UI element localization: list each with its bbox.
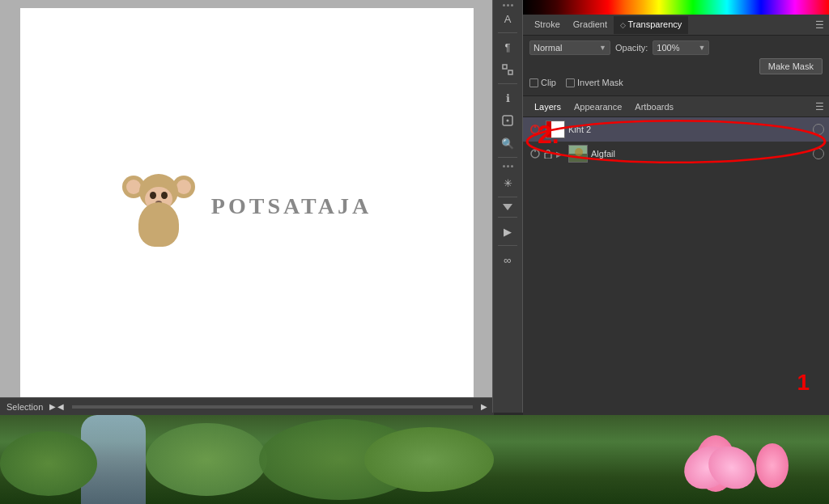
- invert-mask-checkbox[interactable]: [566, 78, 575, 87]
- text-tool-icon[interactable]: A: [496, 8, 519, 29]
- blend-mode-value: Normal: [534, 43, 562, 53]
- scroll-slider[interactable]: [72, 405, 473, 409]
- canvas-area: POTSATAJA: [0, 0, 494, 413]
- clip-checkbox-item: Clip: [529, 78, 556, 87]
- layer-target-kiht2[interactable]: [813, 124, 824, 135]
- scroll-down-arrow[interactable]: [503, 204, 512, 210]
- invert-mask-label: Invert Mask: [577, 78, 623, 87]
- invert-mask-checkbox-item: Invert Mask: [566, 78, 623, 87]
- info-icon[interactable]: ℹ: [496, 87, 519, 108]
- opacity-label: Opacity:: [615, 43, 648, 53]
- clip-label: Clip: [541, 78, 556, 87]
- drag-handle: [500, 3, 516, 6]
- transparency-section: Normal ▼ Opacity: 100% ▼ Make Mask Clip …: [523, 36, 829, 96]
- toolbar-separator-5: [498, 217, 517, 218]
- opacity-value: 100%: [657, 43, 679, 53]
- tab-appearance[interactable]: Appearance: [568, 99, 628, 115]
- layers-tabs: Layers Appearance Artboards ☰: [523, 96, 829, 117]
- canvas-text: POTSATAJA: [211, 193, 372, 219]
- drag-handle-2: [500, 164, 516, 167]
- eye-left: [150, 192, 156, 199]
- panel-menu-icon[interactable]: ☰: [815, 19, 824, 31]
- tab-stroke[interactable]: Stroke: [528, 16, 567, 34]
- layers-menu-icon[interactable]: ☰: [815, 101, 824, 112]
- visibility-icon-algfail[interactable]: [528, 146, 542, 161]
- toolbar-separator-3: [498, 157, 517, 158]
- eye-right: [161, 192, 168, 199]
- layers-list: Kiht 2 ▶ Algfail: [523, 117, 829, 166]
- layer-thumb-kiht2: [546, 121, 565, 138]
- layer-target-algfail[interactable]: [813, 148, 824, 159]
- layer-name-kiht2: Kiht 2: [568, 125, 813, 134]
- monkey-body: [138, 202, 179, 247]
- blend-opacity-row: Normal ▼ Opacity: 100% ▼: [529, 40, 823, 55]
- ear-inner-right: [176, 180, 191, 194]
- clip-invert-row: Clip Invert Mask: [529, 78, 823, 87]
- canvas-white: POTSATAJA: [20, 8, 474, 404]
- flower-element-2: [748, 439, 797, 496]
- tab-layers[interactable]: Layers: [528, 99, 568, 115]
- layer-row-algfail[interactable]: ▶ Algfail: [523, 142, 829, 166]
- moss-element-1: [0, 431, 97, 496]
- clip-checkbox[interactable]: [529, 78, 538, 87]
- layer-name-algfail: Algfail: [591, 149, 813, 159]
- make-mask-button[interactable]: Make Mask: [759, 58, 823, 74]
- paragraph-icon[interactable]: ¶: [496, 36, 519, 57]
- layers-section: Layers Appearance Artboards ☰ Kiht 2: [523, 96, 829, 166]
- moss-element-4: [364, 427, 494, 492]
- opacity-select[interactable]: 100% ▼: [653, 40, 709, 55]
- status-text: Selection: [0, 402, 43, 412]
- group-icon[interactable]: [496, 59, 519, 80]
- tab-transparency[interactable]: ◇ Transparency: [614, 16, 688, 34]
- toolbar-separator-4: [498, 197, 517, 197]
- taskbar-background: [0, 415, 829, 504]
- tab-gradient[interactable]: Gradient: [567, 16, 614, 34]
- tab-transparency-label: Transparency: [628, 19, 682, 29]
- right-toolbar: A ¶ ℹ 🔍 ✳ ▶ ∞: [492, 0, 523, 413]
- link-icon[interactable]: ∞: [496, 249, 519, 270]
- mask-row: Make Mask: [529, 58, 823, 74]
- color-gradient-bar: [523, 0, 829, 15]
- layer-row-kiht2[interactable]: Kiht 2: [523, 117, 829, 142]
- svg-rect-0: [503, 65, 507, 69]
- taskbar: [0, 415, 829, 504]
- svg-point-3: [507, 120, 509, 122]
- settings-icon[interactable]: ✳: [496, 172, 519, 193]
- lock-icon-algfail: [542, 148, 554, 159]
- layer-thumb-algfail: [568, 145, 588, 163]
- svg-rect-1: [508, 70, 512, 74]
- play-icon[interactable]: ▶: [496, 221, 519, 242]
- tab-artboards[interactable]: Artboards: [628, 99, 680, 115]
- svg-point-11: [575, 148, 583, 156]
- monkey-character: [122, 166, 195, 247]
- status-bar: Selection ▶◀ ▶: [0, 397, 494, 415]
- tab-transparency-icon: ◇: [620, 21, 628, 29]
- opacity-arrow-icon: ▼: [698, 44, 705, 52]
- numbered-icon[interactable]: [496, 110, 519, 131]
- blend-mode-select[interactable]: Normal ▼: [529, 40, 610, 55]
- toolbar-separator: [498, 32, 517, 33]
- expand-icon-algfail[interactable]: ▶: [554, 148, 565, 159]
- moss-element-2: [146, 423, 267, 496]
- canvas-content: POTSATAJA: [122, 166, 372, 247]
- panel-tabs: Stroke Gradient ◇ Transparency ☰: [523, 15, 829, 36]
- nav-arrows[interactable]: ▶◀: [49, 402, 64, 411]
- svg-rect-8: [545, 153, 551, 159]
- toolbar-separator-6: [498, 245, 517, 246]
- visibility-icon-kiht2[interactable]: [528, 122, 542, 137]
- blend-arrow-icon: ▼: [599, 44, 606, 52]
- toolbar-separator-2: [498, 83, 517, 84]
- search-icon[interactable]: 🔍: [496, 133, 519, 154]
